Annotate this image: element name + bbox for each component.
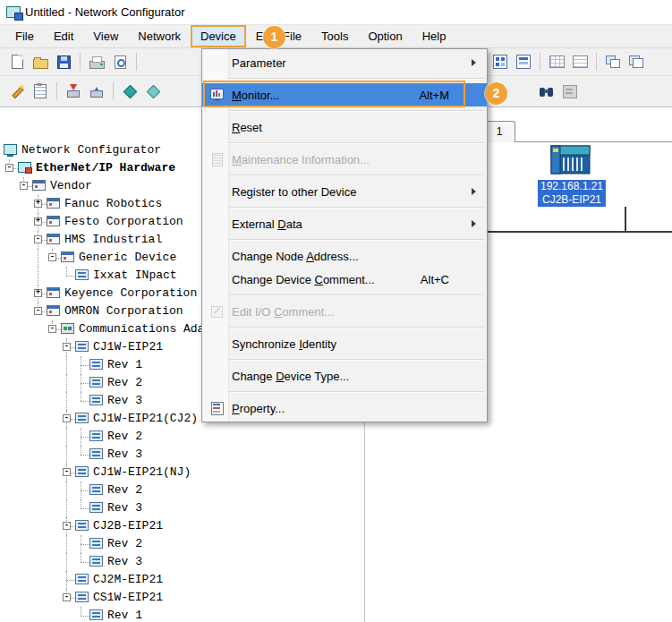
vendor-icon (47, 198, 60, 209)
menubar-item-help[interactable]: Help (413, 25, 456, 47)
annotation-box-monitor (203, 81, 465, 107)
device-view-button[interactable] (513, 51, 534, 72)
expand-icon[interactable]: + (34, 289, 42, 297)
tree-item-cs1w-eip21[interactable]: -CS1W-EIP21 (0, 589, 364, 607)
device-icon (89, 538, 103, 549)
setup-wizard-button[interactable] (6, 81, 28, 102)
parameter-grid-icon (549, 55, 565, 68)
toolbar-separator (540, 53, 540, 71)
menu-item-property[interactable]: Property... (202, 396, 487, 420)
tree-guide (66, 446, 67, 464)
tree-item-rev-3[interactable]: Rev 3 (0, 553, 364, 571)
download-to-device-button[interactable] (63, 81, 84, 102)
menu-item-edit-i-o-comment[interactable]: Edit I/O Comment... (202, 300, 487, 323)
tree-item-label: Rev 1 (107, 609, 142, 622)
collapse-icon[interactable]: - (63, 468, 71, 476)
menubar-item-network[interactable]: Network (128, 25, 191, 47)
parameter-grid-button[interactable] (546, 51, 567, 72)
open-folder-button[interactable] (30, 51, 51, 72)
menubar-item-view[interactable]: View (83, 25, 128, 47)
plc-device-icon[interactable] (550, 139, 591, 178)
collapse-icon[interactable]: - (34, 235, 42, 243)
network-view-button[interactable] (489, 51, 511, 72)
tree-guide (38, 249, 38, 267)
device-icon (75, 574, 89, 584)
menu-gutter (208, 120, 226, 134)
option-settings-button[interactable] (559, 81, 581, 102)
menu-separator (205, 142, 484, 144)
device-selection-label[interactable]: 192.168.1.21 CJ2B-EIP21 (538, 180, 606, 207)
menu-item-external-data[interactable]: External Data (202, 212, 487, 235)
menu-item-change-node-address[interactable]: Change Node Address... (202, 244, 487, 268)
print-preview-button[interactable] (109, 51, 131, 72)
menubar-item-option[interactable]: Option (358, 25, 412, 47)
tree-item-label: Fanuc Robotics (64, 197, 162, 211)
tree-item-label: CJ1W-EIP21 (93, 340, 163, 354)
tree-item-rev-2[interactable]: Rev 2 (0, 535, 364, 553)
tree-item-rev-1[interactable]: Rev 1 (0, 607, 364, 622)
collapse-icon[interactable]: - (63, 593, 71, 601)
new-document-button[interactable] (6, 51, 28, 72)
tree-item-label: Festo Corporation (64, 215, 183, 229)
printer-button[interactable] (86, 51, 107, 72)
collapse-icon[interactable]: - (48, 253, 56, 261)
tree-item-label: CJ1W-EIP21(CJ2) (93, 412, 198, 426)
menubar-item-file[interactable]: File (5, 25, 44, 47)
menu-separator (205, 391, 484, 393)
device-icon (89, 556, 103, 567)
cascade-windows-button[interactable] (625, 51, 647, 72)
upload-from-device-button[interactable] (86, 81, 107, 102)
tree-item-rev-3[interactable]: Rev 3 (0, 499, 364, 517)
edit-io-icon (208, 304, 226, 319)
collapse-icon[interactable]: - (5, 164, 13, 172)
find-device-button[interactable] (536, 81, 557, 102)
vendor-icon (47, 305, 60, 316)
menu-gutter (208, 337, 226, 351)
collapse-icon[interactable]: - (63, 414, 71, 422)
collapse-icon[interactable]: - (63, 343, 71, 351)
expand-icon[interactable]: + (34, 217, 42, 226)
expand-icon[interactable]: + (34, 200, 42, 208)
application-window: Untitled - Network Configurator FileEdit… (0, 0, 672, 622)
device-drop-line (625, 207, 626, 231)
disconnect-network-button[interactable] (142, 81, 164, 102)
menubar-item-tools[interactable]: Tools (311, 25, 358, 47)
network-tab-label: 1 (497, 125, 503, 138)
tree-item-rev-2[interactable]: Rev 2 (0, 428, 364, 446)
menu-item-register-to-other-device[interactable]: Register to other Device (202, 180, 487, 203)
menu-gutter (208, 369, 226, 383)
io-comment-button[interactable] (30, 81, 51, 102)
menu-item-reset[interactable]: Reset (202, 115, 487, 139)
menu-item-maintenance-information[interactable]: Maintenance Information... (202, 148, 487, 171)
menu-item-synchronize-identity[interactable]: Synchronize Identity (202, 332, 487, 355)
menu-item-change-device-type[interactable]: Change Device Type... (202, 364, 487, 388)
collapse-icon[interactable]: - (20, 182, 28, 190)
tree-item-cj1w-eip21-nj[interactable]: -CJ1W-EIP21(NJ) (0, 464, 364, 481)
save-button[interactable] (53, 51, 74, 72)
collapse-icon[interactable]: - (34, 307, 42, 315)
network-tab[interactable]: 1 (483, 121, 515, 142)
menu-item-label: Reset (232, 121, 262, 134)
toolbar1-right-group (489, 51, 648, 72)
tree-item-cj2m-eip21[interactable]: CJ2M-EIP21 (0, 571, 364, 589)
menu-item-label: Edit I/O Comment... (232, 305, 334, 319)
tree-item-rev-2[interactable]: Rev 2 (0, 481, 364, 499)
title-bar: Untitled - Network Configurator (0, 0, 672, 24)
menubar-item-edit[interactable]: Edit (44, 25, 83, 47)
device-icon (75, 520, 89, 531)
toolbar2-right-group (535, 81, 582, 102)
tree-item-rev-3[interactable]: Rev 3 (0, 446, 364, 464)
parameter-list-button[interactable] (569, 51, 591, 72)
collapse-icon[interactable]: - (48, 325, 56, 333)
menu-item-change-device-comment[interactable]: Change Device Comment...Alt+C (202, 268, 487, 291)
connect-network-button[interactable] (119, 81, 140, 102)
tree-guide (66, 535, 67, 553)
tree-item-cj2b-eip21[interactable]: -CJ2B-EIP21 (0, 517, 364, 535)
menu-item-parameter[interactable]: Parameter (202, 51, 487, 74)
tile-windows-button[interactable] (602, 51, 624, 72)
collapse-icon[interactable]: - (63, 522, 71, 530)
device-icon (75, 466, 89, 477)
net-config-icon (4, 144, 17, 155)
toolbar2-left-group (5, 81, 165, 102)
menubar-item-device[interactable]: Device (191, 25, 246, 47)
